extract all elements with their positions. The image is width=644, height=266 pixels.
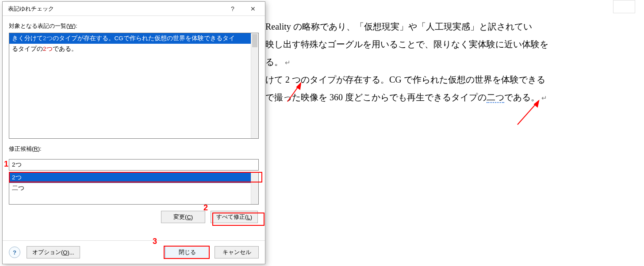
- dialog-footer: ? オプション(O)... 閉じる キャンセル: [3, 240, 265, 264]
- help-icon[interactable]: ?: [9, 247, 20, 258]
- doc-line: る。↵: [265, 53, 640, 71]
- target-list[interactable]: きく分けて2つのタイプが存在する。CGで作られた仮想の世界を体験できるタイ るタ…: [9, 33, 259, 139]
- candidate-option[interactable]: 二つ: [9, 183, 258, 194]
- cancel-button[interactable]: キャンセル: [215, 246, 259, 258]
- change-button[interactable]: 変更(C): [161, 211, 205, 223]
- annotation-arrow: [513, 98, 548, 129]
- dialog-titlebar: 表記ゆれチェック ? ✕: [3, 2, 265, 16]
- scrollbar-thumb[interactable]: [252, 34, 257, 47]
- target-list-label: 対象となる表記の一覧(W):: [9, 22, 259, 30]
- candidate-option[interactable]: 2つ: [9, 172, 258, 183]
- scrollbar[interactable]: [251, 33, 258, 138]
- dialog-title: 表記ゆれチェック: [8, 5, 222, 13]
- annotation-number: 3: [153, 237, 157, 246]
- fix-all-button[interactable]: すべて修正(L): [211, 211, 258, 223]
- wavy-underline: 二つ: [487, 92, 504, 103]
- annotation-number: 1: [4, 160, 8, 169]
- candidate-input[interactable]: [9, 159, 259, 171]
- annotation-arrow: [283, 80, 310, 106]
- close-icon[interactable]: ✕: [243, 2, 263, 15]
- return-mark: ↵: [285, 59, 291, 66]
- doc-line: で撮った映像を 360 度どこからでも再生できるタイプの二つである。↵: [265, 88, 640, 106]
- candidate-list[interactable]: 2つ 二つ: [9, 172, 259, 205]
- spelling-variation-check-dialog: 表記ゆれチェック ? ✕ 対象となる表記の一覧(W): きく分けて2つのタイプが…: [2, 1, 265, 264]
- list-item[interactable]: きく分けて2つのタイプが存在する。CGで作られた仮想の世界を体験できるタイ: [9, 33, 258, 44]
- close-button[interactable]: 閉じる: [165, 246, 209, 258]
- candidate-label: 修正候補(R):: [9, 145, 259, 153]
- svg-marker-3: [534, 101, 539, 107]
- doc-line: 映し出す特殊なゴーグルを用いることで、限りなく実体験に近い体験を: [265, 35, 640, 53]
- annotation-number: 2: [203, 203, 208, 213]
- doc-line: Reality の略称であり、「仮想現実」や「人工現実感」と訳されてい: [265, 18, 640, 35]
- document-body: Reality の略称であり、「仮想現実」や「人工現実感」と訳されてい 映し出す…: [265, 18, 640, 106]
- help-button[interactable]: ?: [222, 2, 243, 15]
- list-item: るタイプの2つである。: [9, 44, 258, 54]
- scrollbar[interactable]: [251, 172, 258, 204]
- options-button[interactable]: オプション(O)...: [27, 246, 80, 258]
- doc-line: けて 2 つのタイプが存在する。CG で作られた仮想の世界を体験できる: [265, 71, 640, 88]
- page-margin-box: [613, 0, 635, 13]
